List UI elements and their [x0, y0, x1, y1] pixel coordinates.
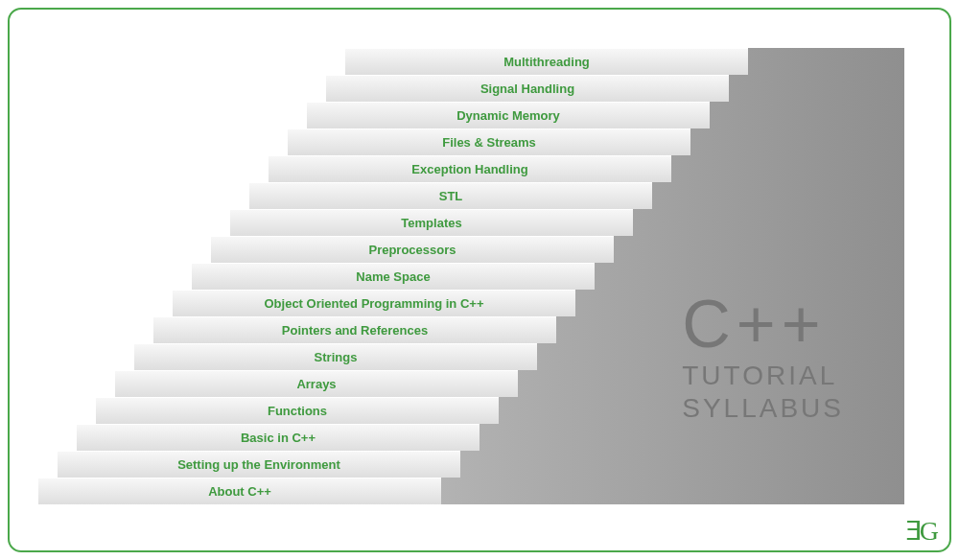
step-label: Arrays	[296, 377, 336, 391]
step-label: About C++	[208, 484, 271, 499]
geeksforgeeks-logo: ƎG	[905, 515, 936, 547]
step-label: Basic in C++	[241, 431, 316, 445]
step-label: Exception Handling	[411, 162, 527, 176]
step-16: Multithreading	[345, 48, 748, 75]
step-8: Name Space	[192, 263, 595, 290]
step-3: Functions	[96, 397, 499, 424]
step-label: Preprocessors	[368, 243, 456, 257]
step-14: Dynamic Memory	[307, 102, 710, 128]
step-label: Dynamic Memory	[456, 108, 560, 123]
step-12: Exception Handling	[269, 155, 671, 182]
title-line2: SYLLABUS	[682, 394, 844, 422]
step-label: Object Oriented Programming in C++	[265, 296, 484, 311]
step-label: Name Space	[356, 269, 430, 284]
step-1: Setting up the Environment	[58, 451, 460, 478]
title-line1: TUTORIAL	[682, 362, 844, 389]
step-2: Basic in C++	[77, 424, 480, 451]
step-label: Strings	[315, 350, 358, 364]
title-block: C++ TUTORIAL SYLLABUS	[682, 291, 844, 422]
step-7: Object Oriented Programming in C++	[173, 290, 575, 316]
diagram-stage: About C++ Setting up the Environment Bas…	[38, 29, 921, 527]
step-9: Preprocessors	[211, 236, 614, 263]
step-11: STL	[249, 182, 652, 209]
step-label: Functions	[268, 404, 327, 418]
step-label: Pointers and References	[282, 323, 428, 338]
step-15: Signal Handling	[326, 75, 729, 102]
step-0: About C++	[38, 478, 441, 504]
step-label: Files & Streams	[442, 135, 536, 150]
title-big: C++	[682, 291, 844, 358]
step-label: STL	[439, 189, 463, 203]
step-5: Strings	[134, 343, 537, 370]
step-label: Templates	[401, 216, 461, 230]
step-label: Setting up the Environment	[177, 457, 340, 472]
step-label: Signal Handling	[480, 82, 574, 96]
step-label: Multithreading	[503, 55, 590, 69]
step-4: Arrays	[115, 370, 518, 397]
step-10: Templates	[230, 209, 633, 236]
step-13: Files & Streams	[288, 128, 690, 155]
step-6: Pointers and References	[153, 316, 556, 343]
